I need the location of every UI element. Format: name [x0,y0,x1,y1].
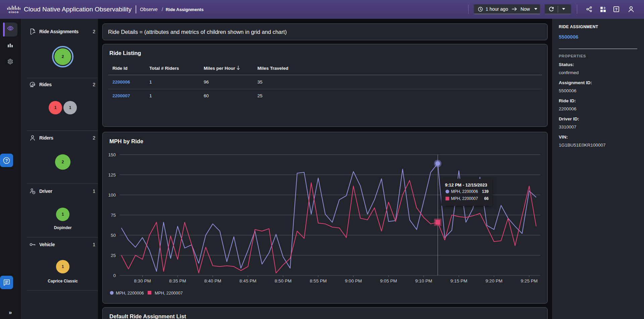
svg-text:8:50 PM: 8:50 PM [275,278,291,283]
svg-text:9:00 PM: 9:00 PM [345,278,362,283]
svg-text:cisco: cisco [9,10,19,14]
svg-text:100: 100 [108,193,116,198]
svg-text:9:20 PM: 9:20 PM [486,278,502,283]
svg-text:50: 50 [111,233,116,238]
svg-text:125: 125 [108,172,116,177]
svg-text:9:05 PM: 9:05 PM [380,278,397,283]
svg-text:8:35 PM: 8:35 PM [169,278,186,283]
svg-text:8:55 PM: 8:55 PM [310,278,327,283]
svg-text:25: 25 [111,253,116,258]
svg-text:75: 75 [111,213,116,218]
svg-text:150: 150 [108,152,116,157]
svg-text:?: ? [615,7,617,11]
svg-text:8:45 PM: 8:45 PM [240,278,256,283]
svg-text:8:40 PM: 8:40 PM [204,278,221,283]
svg-text:MPH, 2200007: MPH, 2200007 [155,291,183,296]
svg-text:8:30 PM: 8:30 PM [134,278,151,283]
svg-text:MPH, 2200006: MPH, 2200006 [116,291,144,296]
svg-text:?: ? [5,158,8,163]
svg-text:9:15 PM: 9:15 PM [450,278,467,283]
svg-text:0: 0 [113,273,116,278]
svg-text:9:10 PM: 9:10 PM [415,278,432,283]
svg-text:9:25 PM: 9:25 PM [521,278,538,283]
